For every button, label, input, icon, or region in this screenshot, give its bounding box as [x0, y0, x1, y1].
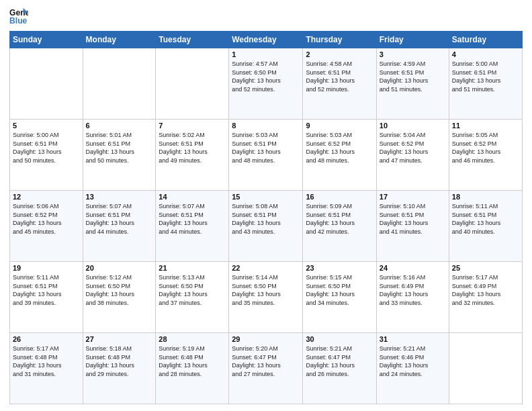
day-number: 25: [452, 264, 519, 272]
day-number: 22: [232, 264, 300, 272]
day-cell: 10Sunrise: 5:04 AM Sunset: 6:52 PM Dayli…: [376, 120, 449, 191]
day-info: Sunrise: 5:00 AM Sunset: 6:51 PM Dayligh…: [13, 131, 80, 165]
week-row-3: 12Sunrise: 5:06 AM Sunset: 6:52 PM Dayli…: [10, 191, 523, 262]
day-cell: 24Sunrise: 5:16 AM Sunset: 6:49 PM Dayli…: [376, 262, 449, 333]
day-info: Sunrise: 5:03 AM Sunset: 6:51 PM Dayligh…: [232, 131, 300, 165]
weekday-header-thursday: Thursday: [303, 32, 376, 48]
day-number: 3: [380, 50, 446, 58]
day-cell: 20Sunrise: 5:12 AM Sunset: 6:50 PM Dayli…: [83, 262, 156, 333]
day-info: Sunrise: 5:17 AM Sunset: 6:49 PM Dayligh…: [452, 273, 519, 307]
weekday-header-row: SundayMondayTuesdayWednesdayThursdayFrid…: [10, 32, 523, 48]
day-cell: 5Sunrise: 5:00 AM Sunset: 6:51 PM Daylig…: [10, 120, 83, 191]
day-cell: 22Sunrise: 5:14 AM Sunset: 6:50 PM Dayli…: [229, 262, 303, 333]
week-row-1: 1Sunrise: 4:57 AM Sunset: 6:50 PM Daylig…: [10, 48, 523, 120]
day-info: Sunrise: 5:01 AM Sunset: 6:51 PM Dayligh…: [86, 131, 153, 165]
logo: General Blue: [9, 7, 28, 26]
day-cell: 16Sunrise: 5:09 AM Sunset: 6:51 PM Dayli…: [303, 191, 376, 262]
day-cell: 13Sunrise: 5:07 AM Sunset: 6:51 PM Dayli…: [83, 191, 156, 262]
day-cell: 15Sunrise: 5:08 AM Sunset: 6:51 PM Dayli…: [229, 191, 303, 262]
weekday-header-sunday: Sunday: [10, 32, 83, 48]
day-cell: 26Sunrise: 5:17 AM Sunset: 6:48 PM Dayli…: [10, 333, 83, 404]
day-cell: 14Sunrise: 5:07 AM Sunset: 6:51 PM Dayli…: [156, 191, 229, 262]
day-cell: [449, 333, 522, 404]
day-info: Sunrise: 5:00 AM Sunset: 6:51 PM Dayligh…: [452, 60, 519, 93]
day-cell: 25Sunrise: 5:17 AM Sunset: 6:49 PM Dayli…: [449, 262, 522, 333]
day-number: 14: [159, 193, 226, 201]
day-number: 6: [86, 122, 153, 130]
day-info: Sunrise: 5:12 AM Sunset: 6:50 PM Dayligh…: [86, 273, 153, 307]
day-number: 18: [452, 193, 519, 201]
weekday-header-tuesday: Tuesday: [156, 32, 229, 48]
weekday-header-saturday: Saturday: [449, 32, 522, 48]
day-cell: 7Sunrise: 5:02 AM Sunset: 6:51 PM Daylig…: [156, 120, 229, 191]
day-number: 27: [86, 335, 153, 343]
day-cell: 21Sunrise: 5:13 AM Sunset: 6:50 PM Dayli…: [156, 262, 229, 333]
day-number: 26: [13, 335, 80, 343]
day-info: Sunrise: 5:08 AM Sunset: 6:51 PM Dayligh…: [232, 202, 300, 236]
day-cell: 3Sunrise: 4:59 AM Sunset: 6:51 PM Daylig…: [376, 48, 449, 120]
day-number: 8: [232, 122, 300, 130]
day-number: 11: [452, 122, 519, 130]
calendar-page: General Blue SundayMondayTuesdayWednesda…: [0, 0, 532, 411]
day-cell: 6Sunrise: 5:01 AM Sunset: 6:51 PM Daylig…: [83, 120, 156, 191]
day-cell: 19Sunrise: 5:11 AM Sunset: 6:51 PM Dayli…: [10, 262, 83, 333]
day-info: Sunrise: 5:18 AM Sunset: 6:48 PM Dayligh…: [86, 345, 153, 378]
day-number: 9: [306, 122, 373, 130]
day-number: 10: [380, 122, 446, 130]
day-info: Sunrise: 5:11 AM Sunset: 6:51 PM Dayligh…: [452, 202, 519, 236]
day-number: 16: [306, 193, 373, 201]
day-cell: 29Sunrise: 5:20 AM Sunset: 6:47 PM Dayli…: [229, 333, 303, 404]
day-number: 1: [232, 50, 300, 58]
day-info: Sunrise: 5:03 AM Sunset: 6:52 PM Dayligh…: [306, 131, 373, 165]
day-info: Sunrise: 5:05 AM Sunset: 6:52 PM Dayligh…: [452, 131, 519, 165]
day-info: Sunrise: 5:11 AM Sunset: 6:51 PM Dayligh…: [13, 273, 80, 307]
day-number: 31: [380, 335, 446, 343]
day-cell: 1Sunrise: 4:57 AM Sunset: 6:50 PM Daylig…: [229, 48, 303, 120]
day-number: 28: [159, 335, 226, 343]
week-row-5: 26Sunrise: 5:17 AM Sunset: 6:48 PM Dayli…: [10, 333, 523, 404]
day-cell: 27Sunrise: 5:18 AM Sunset: 6:48 PM Dayli…: [83, 333, 156, 404]
weekday-header-monday: Monday: [83, 32, 156, 48]
week-row-2: 5Sunrise: 5:00 AM Sunset: 6:51 PM Daylig…: [10, 120, 523, 191]
day-info: Sunrise: 5:13 AM Sunset: 6:50 PM Dayligh…: [159, 273, 226, 307]
day-cell: 11Sunrise: 5:05 AM Sunset: 6:52 PM Dayli…: [449, 120, 522, 191]
day-info: Sunrise: 5:04 AM Sunset: 6:52 PM Dayligh…: [380, 131, 446, 165]
day-cell: [83, 48, 156, 120]
day-number: 21: [159, 264, 226, 272]
day-info: Sunrise: 5:07 AM Sunset: 6:51 PM Dayligh…: [159, 202, 226, 236]
day-cell: [156, 48, 229, 120]
day-info: Sunrise: 5:17 AM Sunset: 6:48 PM Dayligh…: [13, 345, 80, 378]
day-cell: 31Sunrise: 5:21 AM Sunset: 6:46 PM Dayli…: [376, 333, 449, 404]
day-info: Sunrise: 5:15 AM Sunset: 6:50 PM Dayligh…: [306, 273, 373, 307]
day-info: Sunrise: 5:09 AM Sunset: 6:51 PM Dayligh…: [306, 202, 373, 236]
day-cell: 30Sunrise: 5:21 AM Sunset: 6:47 PM Dayli…: [303, 333, 376, 404]
calendar-table: SundayMondayTuesdayWednesdayThursdayFrid…: [9, 31, 523, 404]
day-number: 2: [306, 50, 373, 58]
day-info: Sunrise: 4:57 AM Sunset: 6:50 PM Dayligh…: [232, 60, 300, 93]
day-cell: 2Sunrise: 4:58 AM Sunset: 6:51 PM Daylig…: [303, 48, 376, 120]
day-number: 17: [380, 193, 446, 201]
weekday-header-wednesday: Wednesday: [229, 32, 303, 48]
day-info: Sunrise: 4:59 AM Sunset: 6:51 PM Dayligh…: [380, 60, 446, 93]
day-number: 13: [86, 193, 153, 201]
day-number: 30: [306, 335, 373, 343]
day-cell: 9Sunrise: 5:03 AM Sunset: 6:52 PM Daylig…: [303, 120, 376, 191]
day-info: Sunrise: 5:21 AM Sunset: 6:47 PM Dayligh…: [306, 345, 373, 378]
weekday-header-friday: Friday: [376, 32, 449, 48]
logo-icon: General Blue: [9, 7, 28, 26]
day-cell: 18Sunrise: 5:11 AM Sunset: 6:51 PM Dayli…: [449, 191, 522, 262]
day-cell: 28Sunrise: 5:19 AM Sunset: 6:48 PM Dayli…: [156, 333, 229, 404]
day-info: Sunrise: 5:10 AM Sunset: 6:51 PM Dayligh…: [380, 202, 446, 236]
day-number: 19: [13, 264, 80, 272]
day-number: 7: [159, 122, 226, 130]
day-cell: [10, 48, 83, 120]
day-info: Sunrise: 5:21 AM Sunset: 6:46 PM Dayligh…: [380, 345, 446, 378]
day-number: 5: [13, 122, 80, 130]
day-cell: 23Sunrise: 5:15 AM Sunset: 6:50 PM Dayli…: [303, 262, 376, 333]
day-number: 23: [306, 264, 373, 272]
day-cell: 17Sunrise: 5:10 AM Sunset: 6:51 PM Dayli…: [376, 191, 449, 262]
svg-text:Blue: Blue: [9, 16, 28, 26]
day-number: 29: [232, 335, 300, 343]
day-cell: 12Sunrise: 5:06 AM Sunset: 6:52 PM Dayli…: [10, 191, 83, 262]
day-info: Sunrise: 5:16 AM Sunset: 6:49 PM Dayligh…: [380, 273, 446, 307]
